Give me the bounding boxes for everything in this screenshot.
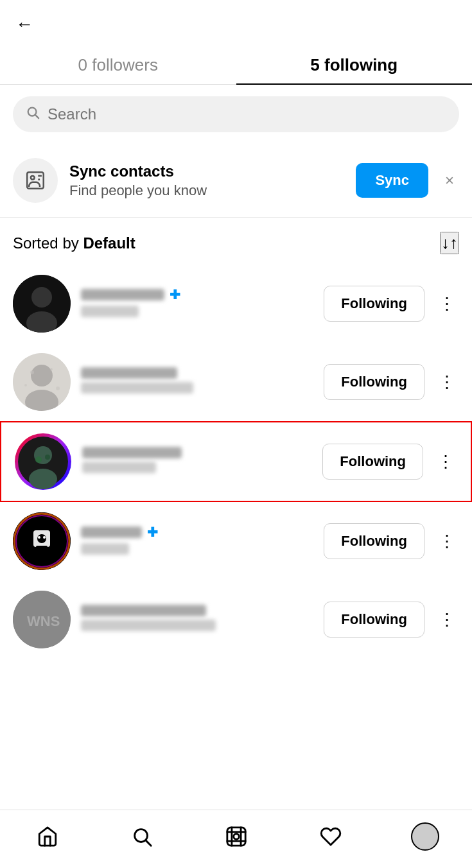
- search-input[interactable]: [48, 105, 446, 123]
- avatar: [13, 275, 71, 333]
- avatar: [13, 353, 71, 411]
- reels-icon: [225, 826, 247, 847]
- username: [82, 447, 312, 458]
- bottom-navigation: [0, 810, 472, 868]
- nav-reels[interactable]: [211, 820, 262, 853]
- following-button[interactable]: Following: [322, 444, 423, 480]
- svg-point-20: [35, 456, 42, 463]
- sync-close-button[interactable]: ×: [440, 166, 459, 195]
- sync-contacts-banner: Sync contacts Find people you know Sync …: [0, 144, 472, 218]
- sync-button[interactable]: Sync: [356, 163, 428, 198]
- back-button[interactable]: ←: [13, 12, 36, 37]
- user-info: ✚: [81, 287, 313, 320]
- user-info: [81, 367, 313, 397]
- svg-line-33: [146, 840, 151, 846]
- heart-icon: [320, 826, 342, 847]
- user-meta: [82, 461, 312, 476]
- following-button[interactable]: Following: [324, 602, 424, 638]
- svg-point-19: [29, 469, 57, 489]
- avatar: WNS: [13, 591, 71, 648]
- profile-avatar: [411, 822, 439, 851]
- svg-point-10: [31, 365, 53, 386]
- svg-point-13: [50, 368, 53, 370]
- search-icon: [26, 105, 40, 123]
- user-item: WNS Following ⋮: [0, 580, 472, 659]
- svg-point-12: [30, 370, 34, 374]
- more-options-button[interactable]: ⋮: [435, 605, 459, 635]
- user-meta: [81, 381, 313, 397]
- more-options-button[interactable]: ⋮: [435, 526, 459, 557]
- verified-icon: ✚: [147, 525, 158, 540]
- user-info: ✚: [81, 525, 313, 558]
- nav-likes[interactable]: [305, 820, 356, 853]
- following-button[interactable]: Following: [324, 523, 424, 559]
- nav-profile[interactable]: [399, 820, 451, 853]
- nav-search[interactable]: [116, 820, 168, 853]
- search-bar: [13, 96, 459, 132]
- user-item: ✚ Following ⋮: [0, 265, 472, 343]
- following-button[interactable]: Following: [324, 286, 424, 322]
- avatar: [13, 512, 71, 570]
- sync-contacts-icon: [13, 158, 58, 203]
- following-button[interactable]: Following: [324, 364, 424, 400]
- sort-button[interactable]: ↓↑: [440, 232, 459, 254]
- search-container: [0, 85, 472, 144]
- user-item-highlighted: Following ⋮: [0, 421, 472, 502]
- svg-point-15: [56, 386, 60, 390]
- svg-rect-27: [36, 546, 48, 548]
- user-info: [81, 605, 313, 634]
- user-item: Following ⋮: [0, 343, 472, 421]
- username: [81, 605, 313, 616]
- svg-rect-34: [227, 828, 245, 846]
- more-options-button[interactable]: ⋮: [435, 289, 459, 319]
- svg-point-21: [45, 455, 50, 460]
- user-meta: [81, 542, 313, 558]
- following-list: ✚ Following ⋮: [0, 265, 472, 659]
- svg-point-7: [31, 287, 52, 308]
- svg-point-35: [233, 834, 239, 840]
- sort-label: Sorted by Default: [13, 234, 135, 252]
- svg-point-28: [38, 536, 40, 539]
- more-options-button[interactable]: ⋮: [435, 367, 459, 397]
- user-item: ✚ Following ⋮: [0, 502, 472, 580]
- username: ✚: [81, 525, 313, 540]
- svg-point-29: [43, 536, 46, 539]
- sync-subtitle: Find people you know: [69, 182, 344, 199]
- user-info: [82, 447, 312, 476]
- user-meta: [81, 305, 313, 320]
- search-nav-icon: [131, 826, 153, 847]
- header: ←: [0, 0, 472, 44]
- verified-icon: ✚: [170, 287, 180, 302]
- more-options-button[interactable]: ⋮: [433, 447, 458, 477]
- tabs-bar: 0 followers 5 following: [0, 44, 472, 85]
- tab-followers[interactable]: 0 followers: [0, 44, 236, 84]
- avatar: [14, 433, 72, 490]
- tab-following[interactable]: 5 following: [236, 44, 473, 84]
- svg-point-26: [37, 534, 46, 543]
- username: [81, 367, 313, 379]
- user-meta: [81, 619, 313, 634]
- username: ✚: [81, 287, 313, 302]
- sync-title: Sync contacts: [69, 162, 344, 180]
- svg-point-14: [24, 384, 27, 386]
- sync-text: Sync contacts Find people you know: [69, 162, 344, 199]
- svg-point-3: [31, 176, 35, 180]
- nav-home[interactable]: [22, 820, 73, 853]
- home-icon: [37, 826, 58, 847]
- svg-text:WNS: WNS: [27, 613, 60, 629]
- sort-bar: Sorted by Default ↓↑: [0, 218, 472, 265]
- svg-line-1: [35, 115, 39, 118]
